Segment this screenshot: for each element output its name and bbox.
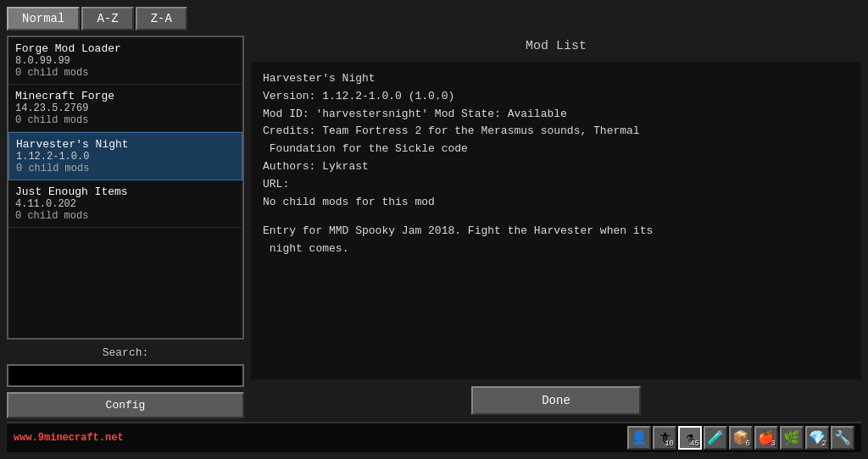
- mod-detail-line: Foundation for the Sickle code: [263, 141, 849, 158]
- hotbar-item-icon: 🧪: [707, 429, 724, 446]
- sort-bar: Normal A-Z Z-A: [7, 7, 861, 30]
- mod-detail-line: Credits: Team Fortress 2 for the Merasmu…: [263, 123, 849, 141]
- sort-za-button[interactable]: Z-A: [136, 7, 187, 30]
- done-btn-container: Done: [251, 383, 861, 418]
- sort-az-button[interactable]: A-Z: [81, 7, 133, 30]
- mod-item-version: 8.0.99.99: [15, 55, 236, 67]
- mod-detail-line: Mod ID: 'harvestersnight' Mod State: Ava…: [263, 106, 849, 124]
- mod-list-item[interactable]: Forge Mod Loader8.0.99.990 child mods: [8, 37, 242, 85]
- bottom-bar: www.9minecraft.net 👤🗡10⚗45🧪📦6🍎3🌿💎2🔧: [7, 422, 861, 452]
- mod-item-version: 1.12.2-1.0.0: [16, 151, 235, 163]
- mod-detail-line: Version: 1.12.2-1.0.0 (1.0.0): [263, 88, 849, 106]
- mod-list-item[interactable]: Just Enough Items4.11.0.2020 child mods: [8, 180, 242, 228]
- hotbar-item-count: 2: [822, 440, 826, 448]
- mod-item-version: 14.23.5.2769: [15, 102, 236, 114]
- mod-item-name: Minecraft Forge: [15, 90, 236, 102]
- hotbar-slot[interactable]: 🔧: [831, 426, 854, 450]
- mod-list-item[interactable]: Minecraft Forge14.23.5.27690 child mods: [8, 85, 242, 132]
- hotbar-slot[interactable]: 📦6: [729, 426, 753, 450]
- mod-detail-line: [263, 211, 849, 223]
- mod-detail: Harvester's NightVersion: 1.12.2-1.0.0 (…: [251, 62, 861, 379]
- hotbar-slot[interactable]: 🍎3: [754, 426, 778, 450]
- hotbar-slot[interactable]: 🌿: [780, 426, 804, 450]
- mod-item-children: 0 child mods: [15, 210, 236, 222]
- mod-item-children: 0 child mods: [15, 114, 236, 126]
- hotbar-item-count: 6: [746, 440, 750, 448]
- hotbar-slot[interactable]: ⚗45: [678, 426, 702, 450]
- mod-list-item[interactable]: Harvester's Night1.12.2-1.0.00 child mod…: [8, 132, 242, 180]
- mod-detail-line: Entry for MMD Spooky Jam 2018. Fight the…: [263, 223, 849, 241]
- hotbar-area: 👤🗡10⚗45🧪📦6🍎3🌿💎2🔧: [627, 426, 854, 450]
- mod-list-title: Mod List: [251, 36, 861, 58]
- right-panel: Mod List Harvester's NightVersion: 1.12.…: [251, 36, 861, 418]
- mod-detail-line: night comes.: [263, 241, 849, 258]
- mod-item-name: Just Enough Items: [15, 185, 236, 198]
- config-button[interactable]: Config: [7, 392, 244, 418]
- mod-item-children: 0 child mods: [15, 67, 236, 79]
- mod-item-version: 4.11.0.202: [15, 198, 236, 210]
- mod-detail-line: URL:: [263, 176, 849, 194]
- hotbar-slot[interactable]: 🗡10: [653, 426, 676, 450]
- mod-list-scroll[interactable]: Forge Mod Loader8.0.99.990 child modsMin…: [7, 36, 244, 340]
- mod-detail-line: Harvester's Night: [263, 70, 849, 88]
- hotbar-item-count: 10: [665, 440, 674, 448]
- hotbar-item-icon: 👤: [631, 429, 648, 446]
- done-button[interactable]: Done: [471, 386, 641, 415]
- search-input[interactable]: [7, 364, 244, 387]
- hotbar-item-count: 3: [771, 440, 776, 448]
- mod-detail-line: No child mods for this mod: [263, 194, 849, 212]
- hotbar-slot[interactable]: 👤: [627, 426, 651, 450]
- mod-item-name: Harvester's Night: [16, 138, 235, 151]
- hotbar-slot[interactable]: 🧪: [704, 426, 727, 450]
- sort-normal-button[interactable]: Normal: [7, 7, 80, 30]
- mod-detail-line: Authors: Lykrast: [263, 158, 849, 176]
- hotbar-item-icon: 🔧: [834, 429, 851, 446]
- content-area: Forge Mod Loader8.0.99.990 child modsMin…: [7, 36, 861, 418]
- left-panel: Forge Mod Loader8.0.99.990 child modsMin…: [7, 36, 244, 418]
- search-label: Search:: [7, 343, 244, 361]
- hotbar-item-count: 45: [690, 440, 699, 448]
- mod-item-name: Forge Mod Loader: [15, 42, 236, 55]
- mod-item-children: 0 child mods: [16, 163, 235, 174]
- hotbar-item-icon: 🌿: [783, 429, 800, 446]
- hotbar-slot[interactable]: 💎2: [805, 426, 829, 450]
- watermark: www.9minecraft.net: [14, 432, 124, 444]
